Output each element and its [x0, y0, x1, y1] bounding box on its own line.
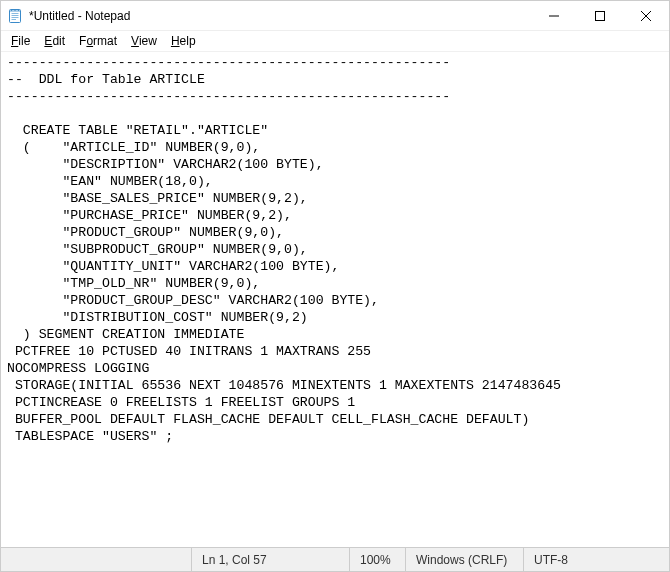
status-encoding: UTF-8: [523, 548, 669, 571]
status-line-col: Ln 1, Col 57: [191, 548, 349, 571]
menu-format[interactable]: Format: [73, 33, 123, 49]
svg-point-1: [11, 9, 12, 10]
svg-rect-4: [596, 11, 605, 20]
status-line-ending: Windows (CRLF): [405, 548, 523, 571]
window-controls: [531, 1, 669, 30]
menu-view-rest: iew: [139, 34, 157, 48]
minimize-button[interactable]: [531, 1, 577, 30]
notepad-icon: [1, 8, 29, 24]
svg-rect-0: [10, 9, 21, 22]
status-zoom: 100%: [349, 548, 405, 571]
status-blank: [1, 548, 191, 571]
menu-edit-rest: dit: [52, 34, 65, 48]
window-title: *Untitled - Notepad: [29, 9, 531, 23]
menu-edit[interactable]: Edit: [38, 33, 71, 49]
menu-file-rest: ile: [18, 34, 30, 48]
maximize-button[interactable]: [577, 1, 623, 30]
menu-bar: File Edit Format View Help: [1, 31, 669, 51]
menu-help[interactable]: Help: [165, 33, 202, 49]
text-editor[interactable]: ----------------------------------------…: [1, 51, 669, 547]
status-bar: Ln 1, Col 57 100% Windows (CRLF) UTF-8: [1, 547, 669, 571]
svg-point-2: [14, 9, 15, 10]
close-button[interactable]: [623, 1, 669, 30]
menu-format-rest: rmat: [93, 34, 117, 48]
menu-help-rest: elp: [180, 34, 196, 48]
menu-view[interactable]: View: [125, 33, 163, 49]
svg-point-3: [18, 9, 19, 10]
title-bar: *Untitled - Notepad: [1, 1, 669, 31]
menu-file[interactable]: File: [5, 33, 36, 49]
